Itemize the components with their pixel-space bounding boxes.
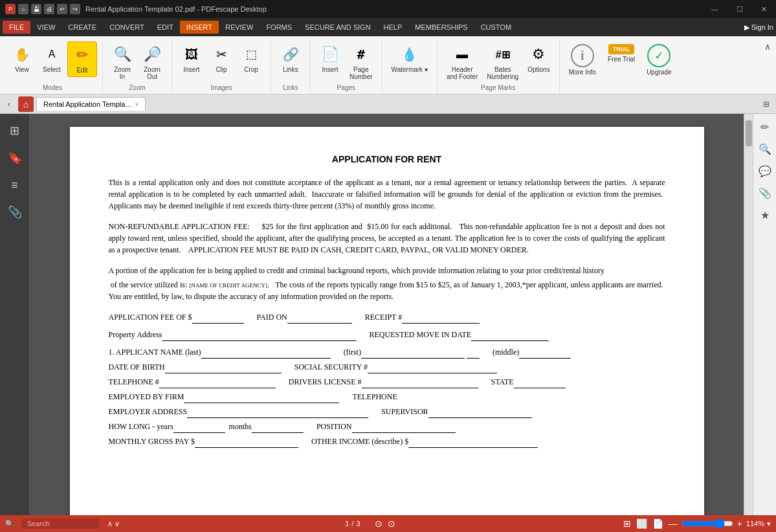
position-label: POSITION xyxy=(316,421,456,433)
page-nav: ⊙ ⊙ xyxy=(373,518,397,529)
menu-convert[interactable]: CONVERT xyxy=(103,21,151,34)
right-sidebar: ✏ 🔍 💬 📎 ★ xyxy=(753,114,776,515)
zoom-page-button[interactable]: 📄 xyxy=(651,518,665,529)
ribbon-group-pagemarks: ▬ Headerand Footer #⊞ BatesNumbering ⚙ O… xyxy=(438,39,560,94)
right-tool-search[interactable]: 🔍 xyxy=(756,140,774,158)
dob-ssn-row: DATE OF BIRTH SOCIAL SECURITY # xyxy=(109,361,665,373)
edit-icon: ✏ xyxy=(72,45,93,65)
right-tool-comment[interactable]: 💬 xyxy=(756,162,774,180)
zoom-percent: 114% xyxy=(746,520,764,527)
right-tool-attach[interactable]: 📎 xyxy=(756,184,774,202)
edit-label: Edit xyxy=(76,67,87,74)
maximize-button[interactable]: ☐ xyxy=(733,4,747,15)
header-footer-button[interactable]: ▬ Headerand Footer xyxy=(443,41,482,83)
upgrade-icon: ✓ xyxy=(647,44,671,67)
zoom-controls: ⊞ ⬜ 📄 — + 114% ▾ xyxy=(622,518,771,529)
menu-forms[interactable]: FORMS xyxy=(260,21,298,34)
zoom-in-status-button[interactable]: + xyxy=(736,518,744,529)
bates-numbering-button[interactable]: #⊞ BatesNumbering xyxy=(483,41,522,83)
doc-tab-close-button[interactable]: × xyxy=(135,101,139,108)
links-button[interactable]: 🔗 Links xyxy=(276,41,305,76)
document-tab[interactable]: Rental Application Templa... × xyxy=(36,97,146,111)
free-trial-button[interactable]: TRIAL Free Trial xyxy=(604,41,639,65)
modes-label: Modes xyxy=(8,83,97,94)
view-label: View xyxy=(15,66,29,73)
search-input[interactable] xyxy=(22,518,100,529)
sidebar-thumbnails-button[interactable]: ⊞ xyxy=(3,119,27,142)
pdf-paragraph-2: NON-REFUNDABLE APPLICATION FEE: $25 for … xyxy=(109,221,665,256)
crop-button[interactable]: ⬚ Crop xyxy=(237,41,265,76)
fit-width-button[interactable]: ⬜ xyxy=(635,518,649,529)
insert-image-button[interactable]: 🖼 Insert xyxy=(177,41,206,76)
pdf-paragraph-4: of the service utilized is: [NAME OF CRE… xyxy=(109,279,665,302)
scrollbar-thumb[interactable] xyxy=(746,120,752,146)
sidebar-bookmark-button[interactable]: 🔖 xyxy=(3,146,27,170)
insert-page-label: Insert xyxy=(322,66,338,73)
right-scrollbar[interactable] xyxy=(744,114,753,515)
ribbon-group-extra: i More Info TRIAL Free Trial ✓ Upgrade xyxy=(560,39,681,94)
zoom-buttons: 🔍 ZoomIn 🔎 ZoomOut xyxy=(108,39,166,83)
sidebar-attachments-button[interactable]: 📎 xyxy=(3,201,27,224)
page-total: 3 xyxy=(356,520,360,527)
clip-button[interactable]: ✂ Clip xyxy=(207,41,236,76)
sidebar-layers-button[interactable]: ≡ xyxy=(3,173,27,197)
zoom-slider[interactable] xyxy=(682,518,733,529)
select-button[interactable]: A Select xyxy=(38,41,66,76)
title-bar: P ⌂ 💾 🖨 ↩ ↪ Rental Application Template … xyxy=(0,0,776,18)
fee-row: APPLICATION FEE OF $ PAID ON RECEIPT # xyxy=(109,311,665,324)
watermark-button[interactable]: 💧 Watermark ▾ xyxy=(388,41,432,76)
zoom-dropdown-icon[interactable]: ▾ xyxy=(767,520,771,528)
menu-review[interactable]: REVIEW xyxy=(219,21,260,34)
tab-expand-button[interactable]: ⊞ xyxy=(759,98,773,110)
links-buttons: 🔗 Links xyxy=(276,39,305,83)
window-controls: — ☐ ✕ xyxy=(707,4,771,15)
close-button[interactable]: ✕ xyxy=(757,4,771,15)
nav-next-button[interactable]: ⊙ xyxy=(386,518,397,529)
menu-edit[interactable]: EDIT xyxy=(151,21,180,34)
zoom-in-button[interactable]: 🔍 ZoomIn xyxy=(108,41,137,83)
watermark-buttons: 💧 Watermark ▾ xyxy=(388,39,432,90)
zoom-out-icon: 🔎 xyxy=(142,44,162,65)
right-tool-star[interactable]: ★ xyxy=(756,206,774,224)
page-number-button[interactable]: # PageNumber xyxy=(346,41,377,83)
pagemarks-label: Page Marks xyxy=(443,83,554,94)
menu-memberships[interactable]: MEMBERSHIPS xyxy=(408,21,474,34)
home-tab-icon[interactable]: ⌂ xyxy=(18,96,34,112)
upgrade-button[interactable]: ✓ Upgrade xyxy=(643,41,675,78)
expand-icon[interactable]: ∧ ∨ xyxy=(107,520,120,528)
menu-create[interactable]: CREATE xyxy=(61,21,103,34)
edit-button[interactable]: ✏ Edit xyxy=(67,41,97,77)
menu-custom[interactable]: CUSTOM xyxy=(474,21,518,34)
right-tool-edit[interactable]: ✏ xyxy=(756,118,774,136)
zoom-out-status-button[interactable]: — xyxy=(667,518,679,529)
options-button[interactable]: ⚙ Options xyxy=(524,41,553,76)
menu-file[interactable]: FILE xyxy=(3,21,30,34)
more-info-label: More Info xyxy=(569,69,596,76)
extra-label xyxy=(565,90,676,94)
fit-page-button[interactable]: ⊞ xyxy=(622,518,632,529)
nav-prev-button[interactable]: ⊙ xyxy=(373,518,384,529)
dob-label: DATE OF BIRTH xyxy=(109,361,282,373)
nav-back-button[interactable]: ‹ xyxy=(3,98,16,111)
menu-secure-sign[interactable]: SECURE AND SIGN xyxy=(298,21,377,34)
more-info-button[interactable]: i More Info xyxy=(565,41,600,78)
zoom-out-label: ZoomOut xyxy=(144,66,161,80)
menu-help[interactable]: HELP xyxy=(377,21,409,34)
address-row: Property Address REQUESTED MOVE IN DATE xyxy=(109,329,665,341)
state-label: STATE xyxy=(491,376,566,388)
zoom-out-button[interactable]: 🔎 ZoomOut xyxy=(138,41,166,83)
view-button[interactable]: ✋ View xyxy=(8,41,36,76)
crop-icon: ⬚ xyxy=(241,44,261,65)
ribbon-collapse-button[interactable]: ∧ xyxy=(762,39,773,94)
middle-name-label: (middle) xyxy=(493,346,571,359)
zoom-in-icon: 🔍 xyxy=(112,44,133,65)
page-number-label: PageNumber xyxy=(349,66,373,80)
ribbon-group-pages: 📄 Insert # PageNumber Pages xyxy=(311,39,382,94)
sign-in-button[interactable]: ▶ Sign In xyxy=(744,23,773,32)
minimize-button[interactable]: — xyxy=(707,4,722,14)
page-separator: / xyxy=(351,520,353,527)
pdf-canvas[interactable]: APPLICATION FOR RENT This is a rental ap… xyxy=(30,114,744,515)
menu-view[interactable]: VIEW xyxy=(30,21,61,34)
menu-insert[interactable]: INSERT xyxy=(180,21,219,34)
insert-page-button[interactable]: 📄 Insert xyxy=(316,41,344,76)
